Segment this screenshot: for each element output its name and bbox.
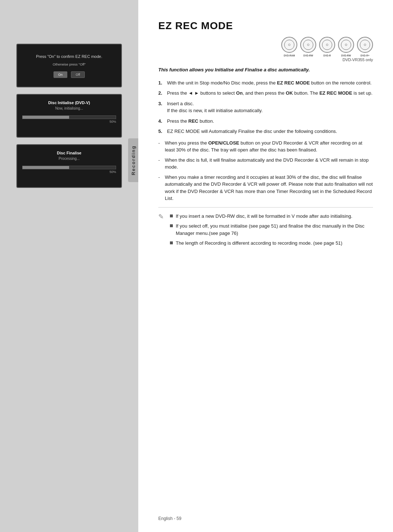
right-panel: EZ REC MODE xyxy=(138,0,393,532)
bullet-3-text: When you make a timer recording and it o… xyxy=(165,174,373,202)
steps-list: 1. With the unit in Stop mode/No Disc mo… xyxy=(158,79,373,135)
dvd-r-icon xyxy=(319,37,335,53)
bullet-2-text: When the disc is full, it will finalise … xyxy=(165,157,373,171)
step-3-num: 3. xyxy=(158,100,164,114)
step-2-content: Press the ◄ ► buttons to select On, and … xyxy=(167,90,373,97)
screen-mockup-2: Disc Initialise (DVD-V) Now, initialisin… xyxy=(16,94,122,138)
bullet-dash-3: - xyxy=(158,174,163,202)
step-4: 4. Press the REC button. xyxy=(158,118,373,125)
bullet-1-text: When you press the OPEN/CLOSE button on … xyxy=(165,139,373,154)
page-container: Press "On" to confirm EZ REC mode. Other… xyxy=(0,0,393,532)
note-bullet-1 xyxy=(170,214,173,217)
page-title: EZ REC MODE xyxy=(158,20,373,32)
recording-side-tab: Recording xyxy=(128,138,138,182)
dvd-r-inner xyxy=(322,40,332,50)
note-bullet-3 xyxy=(170,241,173,244)
dvd-rw-inner-2 xyxy=(341,40,351,50)
screen3-progress-fill xyxy=(23,166,69,169)
dvd-ram-inner xyxy=(284,40,294,50)
bullet-dash-2: - xyxy=(158,157,163,171)
bullet-1: - When you press the OPEN/CLOSE button o… xyxy=(158,139,373,154)
note-2: If you select off, you must initialise (… xyxy=(170,222,373,237)
note-bullet-2 xyxy=(170,224,173,227)
step-1-num: 1. xyxy=(158,79,164,87)
dvd-label-r: DVD-R xyxy=(319,54,335,57)
bullet-dash-1: - xyxy=(158,139,163,154)
step-1: 1. With the unit in Stop mode/No Disc mo… xyxy=(158,79,373,87)
step-2-num: 2. xyxy=(158,90,164,97)
note-3: The length of Recording is different acc… xyxy=(170,240,373,247)
note-3-text: The length of Recording is different acc… xyxy=(176,240,342,247)
dvd-label-ram: DVD-RAM xyxy=(281,54,297,57)
screen2-progress-label: 50% xyxy=(22,120,116,123)
dvd-rw-hole-1 xyxy=(307,44,309,46)
dvd-icons-row xyxy=(158,37,373,53)
bullet-2: - When the disc is full, it will finalis… xyxy=(158,157,373,171)
step-4-content: Press the REC button. xyxy=(167,118,373,125)
note-section: ✎ If you insert a new DVD-RW disc, it wi… xyxy=(158,213,373,250)
dvd-rw-icon-2 xyxy=(338,37,354,53)
step-5-num: 5. xyxy=(158,128,164,135)
dvd-label-row: DVD-RAM DVD-RW DVD-R DVD-RW DVD-R+ xyxy=(158,54,373,57)
note-2-text: If you select off, you must initialise (… xyxy=(176,222,373,237)
screen-mockup-1: Press "On" to confirm EZ REC mode. Other… xyxy=(16,44,122,87)
footer-text: English - 59 xyxy=(158,516,181,521)
screen1-btn-off: Off xyxy=(71,71,85,78)
dvd-rw-hole-2 xyxy=(345,44,347,46)
step-2: 2. Press the ◄ ► buttons to select On, a… xyxy=(158,90,373,97)
step-4-num: 4. xyxy=(158,118,164,125)
dvd-vr355-label: DVD-VR355 only xyxy=(158,58,373,62)
screen3-progress-bar xyxy=(22,166,116,169)
note-1: If you insert a new DVD-RW disc, it will… xyxy=(170,213,373,220)
note-1-text: If you insert a new DVD-RW disc, it will… xyxy=(176,213,352,220)
screen3-subtitle: Processing... xyxy=(59,157,80,161)
dvd-rplus-icon xyxy=(357,37,373,53)
dvd-ram-icon xyxy=(281,37,297,53)
dvd-rw-icon-1 xyxy=(300,37,316,53)
step-3-content: Insert a disc. If the disc is new, it wi… xyxy=(167,100,373,114)
note-content: If you insert a new DVD-RW disc, it will… xyxy=(170,213,373,250)
step-5: 5. EZ REC MODE will Automatically Finali… xyxy=(158,128,373,135)
dvd-label-rw1: DVD-RW xyxy=(300,54,316,57)
screen1-sub-text: Otherwise press "Off" xyxy=(53,62,86,66)
step-1-content: With the unit in Stop mode/No Disc mode,… xyxy=(167,79,373,87)
divider xyxy=(158,207,373,208)
intro-text: This function allows you Initialise and … xyxy=(158,66,373,74)
left-panel: Press "On" to confirm EZ REC mode. Other… xyxy=(0,0,138,532)
note-icon-row: ✎ If you insert a new DVD-RW disc, it wi… xyxy=(158,213,373,250)
screen1-btn-on: On xyxy=(53,71,67,78)
dvd-label-rplus: DVD-R+ xyxy=(357,54,373,57)
step-5-content: EZ REC MODE will Automatically Finalise … xyxy=(167,128,373,135)
screen3-progress-label: 50% xyxy=(22,170,116,174)
bullet-3: - When you make a timer recording and it… xyxy=(158,174,373,202)
step-3: 3. Insert a disc. If the disc is new, it… xyxy=(158,100,373,114)
bullet-list: - When you press the OPEN/CLOSE button o… xyxy=(158,139,373,202)
dvd-rw-inner-1 xyxy=(303,40,313,50)
screen-mockup-3: Disc Finalise Processing... 50% xyxy=(16,144,122,188)
note-pencil-icon: ✎ xyxy=(158,213,166,221)
dvd-ram-hole xyxy=(288,44,290,46)
screen2-title: Disc Initialise (DVD-V) xyxy=(48,101,90,105)
screen2-progress-fill xyxy=(23,116,69,119)
screen2-subtitle: Now, initialising... xyxy=(55,106,83,110)
screen3-title: Disc Finalise xyxy=(57,151,81,155)
dvd-r-hole xyxy=(326,44,328,46)
side-tab-label: Recording xyxy=(131,145,136,175)
screen1-main-text: Press "On" to confirm EZ REC mode. xyxy=(36,54,102,59)
dvd-rplus-hole xyxy=(364,44,366,46)
dvd-label-rw2: DVD-RW xyxy=(338,54,354,57)
dvd-rplus-inner xyxy=(360,40,370,50)
screen1-buttons: On Off xyxy=(53,71,85,78)
screen2-progress-bar xyxy=(22,115,116,119)
